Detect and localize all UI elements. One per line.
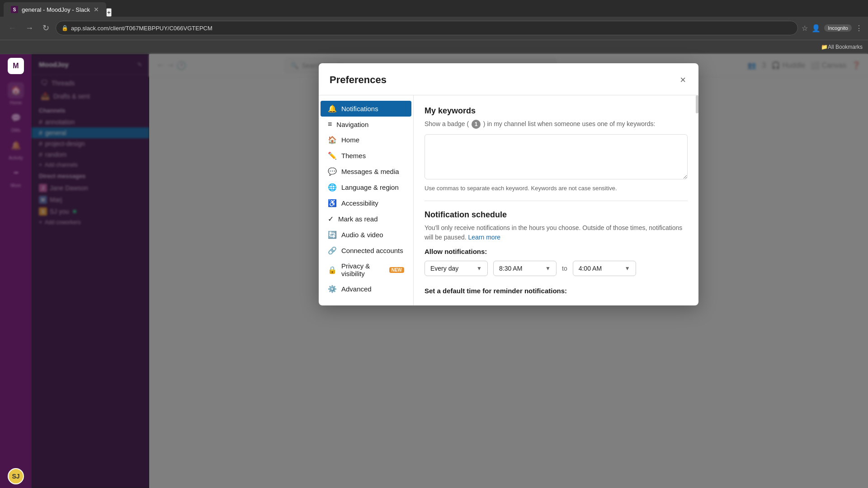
- threads-nav[interactable]: 🗨 Threads: [33, 77, 147, 89]
- drafts-nav[interactable]: 📤 Drafts & sent: [33, 89, 147, 103]
- bookmarks-folder-icon: 📁: [821, 44, 828, 50]
- bookmarks-label: All Bookmarks: [828, 44, 863, 50]
- pref-themes[interactable]: ✏️ Themes: [321, 148, 411, 164]
- activity-icon[interactable]: 🔔: [8, 137, 24, 154]
- pref-language[interactable]: 🌐 Language & region: [321, 179, 411, 195]
- dms-section-title[interactable]: Direct messages: [39, 173, 85, 179]
- channel-annotation[interactable]: # annotation: [32, 117, 149, 127]
- schedule-description: You'll only receive notifications in the…: [425, 223, 688, 242]
- plus-icon: +: [39, 219, 42, 225]
- nav-section: 🗨 Threads 📤 Drafts & sent: [32, 75, 149, 104]
- workspace-icon[interactable]: M: [8, 58, 24, 74]
- modal-body: 🔔 Notifications ≡ Navigation 🏠 Home: [319, 95, 698, 305]
- preferences-sidebar: 🔔 Notifications ≡ Navigation 🏠 Home: [319, 95, 414, 305]
- notifications-label: Notifications: [341, 105, 378, 113]
- pref-audio-video[interactable]: 🔄 Audio & video: [321, 227, 411, 243]
- home-nav[interactable]: 🏠 Home: [8, 81, 24, 105]
- modal-overlay: Preferences × 🔔 Notifications ≡ Navigati…: [149, 54, 868, 488]
- pref-home[interactable]: 🏠 Home: [321, 132, 411, 148]
- workspace-dropdown-icon[interactable]: ✎: [137, 61, 142, 68]
- dm-marj[interactable]: M Marj: [32, 194, 149, 206]
- frequency-dropdown[interactable]: Every day ▼: [425, 261, 488, 276]
- dropdowns-row: Every day ▼ 8:30 AM ▼ to 4:00 AM: [425, 261, 688, 276]
- pref-messages[interactable]: 💬 Messages & media: [321, 164, 411, 179]
- workspace-header: MoodJoy ✎: [32, 54, 149, 75]
- pref-accessibility[interactable]: ♿ Accessibility: [321, 195, 411, 211]
- incognito-badge: Incognito: [824, 24, 852, 32]
- mark-read-label: Mark as read: [338, 215, 378, 223]
- channel-sidebar: MoodJoy ✎ 🗨 Threads 📤 Drafts & sent Chan…: [32, 54, 149, 488]
- new-badge: NEW: [389, 267, 404, 273]
- dm-jane[interactable]: J Jane Dawson: [32, 182, 149, 194]
- channel-project-design[interactable]: # project-design: [32, 138, 149, 149]
- drafts-icon: 📤: [41, 92, 50, 100]
- dm-sj[interactable]: S SJ you: [32, 206, 149, 217]
- lock-icon: 🔒: [61, 25, 68, 31]
- channel-random[interactable]: # random: [32, 149, 149, 160]
- back-button[interactable]: ←: [5, 21, 19, 36]
- home-icon[interactable]: 🏠: [8, 82, 24, 99]
- advanced-label: Advanced: [341, 285, 372, 293]
- accessibility-icon: ♿: [328, 199, 337, 207]
- dms-nav[interactable]: 💬 DMs: [8, 109, 24, 133]
- to-label: to: [562, 265, 567, 272]
- pref-mark-as-read[interactable]: ✓ Mark as read: [321, 211, 411, 227]
- end-time-value: 4:00 AM: [579, 265, 602, 272]
- pref-connected-accounts[interactable]: 🔗 Connected accounts: [321, 243, 411, 258]
- connected-accounts-icon: 🔗: [328, 246, 337, 255]
- learn-more-link[interactable]: Learn more: [468, 234, 501, 241]
- activity-nav[interactable]: 🔔 Activity: [8, 136, 24, 160]
- add-coworkers-label: Add coworkers: [45, 219, 80, 225]
- start-time-dropdown[interactable]: 8:30 AM ▼: [493, 261, 557, 276]
- active-tab[interactable]: S general - MoodJoy - Slack ✕: [4, 2, 106, 17]
- messages-icon: 💬: [328, 167, 337, 176]
- preferences-content: My keywords Show a badge ( 1 ) in my cha…: [414, 95, 698, 305]
- tab-close-button[interactable]: ✕: [94, 6, 99, 13]
- star-icon[interactable]: ☆: [802, 24, 808, 33]
- threads-label: Threads: [52, 80, 75, 87]
- channel-name: general: [45, 129, 66, 136]
- pref-privacy[interactable]: 🔒 Privacy & visibility NEW: [321, 258, 411, 281]
- new-tab-button[interactable]: +: [106, 8, 112, 17]
- reminder-label: Set a default time for reminder notifica…: [425, 287, 688, 295]
- workspace-name[interactable]: MoodJoy: [39, 61, 69, 68]
- section-divider: [425, 201, 688, 201]
- hash-icon: #: [39, 129, 42, 136]
- navigation-label: Navigation: [336, 121, 368, 128]
- add-channels-button[interactable]: + Add channels: [32, 160, 149, 170]
- channel-name: annotation: [45, 118, 75, 126]
- modal-title: Preferences: [330, 74, 387, 86]
- drafts-label: Drafts & sent: [53, 93, 90, 100]
- home-label: Home: [341, 136, 359, 144]
- address-bar[interactable]: 🔒 app.slack.com/client/T067MEBPPUY/C066V…: [56, 21, 798, 35]
- more-icon[interactable]: •••: [8, 165, 24, 181]
- pref-navigation[interactable]: ≡ Navigation: [321, 117, 411, 132]
- pref-notifications[interactable]: 🔔 Notifications: [321, 101, 411, 117]
- dms-icon[interactable]: 💬: [8, 110, 24, 126]
- schedule-title: Notification schedule: [425, 210, 688, 220]
- profile-icon[interactable]: 👤: [811, 24, 821, 33]
- allow-label: Allow notifications:: [425, 248, 688, 255]
- dm-name: Jane Dawson: [50, 184, 88, 192]
- modal-close-button[interactable]: ×: [678, 72, 688, 88]
- pref-advanced[interactable]: ⚙️ Advanced: [321, 281, 411, 297]
- home-pref-icon: 🏠: [328, 136, 337, 144]
- menu-icon[interactable]: ⋮: [855, 24, 863, 33]
- channel-name: random: [45, 151, 66, 158]
- keywords-textarea[interactable]: [425, 134, 688, 179]
- more-nav[interactable]: ••• More: [8, 164, 24, 188]
- reload-button[interactable]: ↻: [40, 20, 52, 36]
- plus-icon: +: [39, 162, 42, 168]
- channel-general[interactable]: # general: [32, 127, 149, 138]
- activity-label: Activity: [9, 155, 23, 160]
- frequency-value: Every day: [430, 265, 458, 272]
- channels-section-title[interactable]: Channels: [39, 107, 66, 114]
- add-coworkers-button[interactable]: + Add coworkers: [32, 217, 149, 227]
- end-time-chevron: ▼: [625, 265, 630, 272]
- forward-button[interactable]: →: [23, 21, 36, 36]
- user-avatar[interactable]: SJ: [8, 468, 24, 484]
- end-time-dropdown[interactable]: 4:00 AM ▼: [573, 261, 636, 276]
- slack-app: M 🏠 Home 💬 DMs 🔔 Activity ••• More SJ: [0, 54, 868, 488]
- keywords-title: My keywords: [425, 106, 688, 116]
- start-time-value: 8:30 AM: [499, 265, 522, 272]
